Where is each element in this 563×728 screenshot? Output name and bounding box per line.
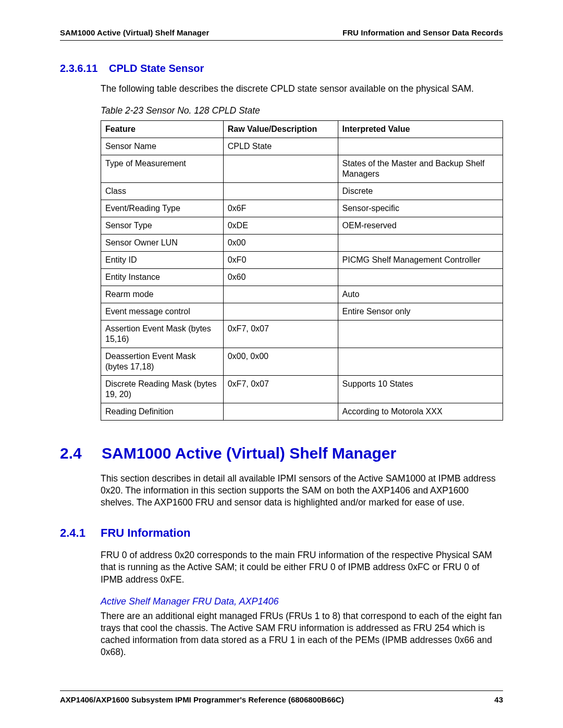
- cpld-state-table: Feature Raw Value/Description Interprete…: [101, 120, 503, 421]
- document-page: SAM1000 Active (Virtual) Shelf Manager F…: [0, 0, 563, 728]
- heading-title: SAM1000 Active (Virtual) Shelf Manager: [102, 445, 396, 462]
- table-row: Discrete Reading Mask (bytes 19, 20)0xF7…: [101, 376, 503, 403]
- table-row: Deassertion Event Mask (bytes 17,18)0x00…: [101, 348, 503, 376]
- table-row: Reading DefinitionAccording to Motorola …: [101, 403, 503, 421]
- running-header: SAM1000 Active (Virtual) Shelf Manager F…: [60, 28, 503, 41]
- heading-title: CPLD State Sensor: [109, 63, 204, 75]
- heading-2-4: 2.4 SAM1000 Active (Virtual) Shelf Manag…: [60, 445, 503, 462]
- table-row: Entity Instance0x60: [101, 269, 503, 286]
- table-caption: Table 2-23 Sensor No. 128 CPLD State: [60, 105, 503, 116]
- running-header-left: SAM1000 Active (Virtual) Shelf Manager: [60, 28, 209, 37]
- table-row: ClassDiscrete: [101, 183, 503, 200]
- intro-paragraph: The following table describes the discre…: [60, 83, 503, 95]
- table-row: Event/Reading Type0x6FSensor-specific: [101, 200, 503, 217]
- col-header-interpreted: Interpreted Value: [338, 121, 503, 138]
- section-2-4-1-p1: FRU 0 of address 0x20 corresponds to the…: [60, 549, 503, 585]
- page-footer: AXP1406/AXP1600 Subsystem IPMI Programme…: [60, 690, 503, 704]
- heading-title: FRU Information: [101, 526, 190, 540]
- running-header-right: FRU Information and Sensor Data Records: [342, 28, 503, 37]
- heading-number: 2.4.1: [60, 526, 89, 540]
- col-header-raw: Raw Value/Description: [223, 121, 338, 138]
- table-row: Entity ID0xF0PICMG Shelf Management Cont…: [101, 252, 503, 269]
- section-2-4-body: This section describes in detail all ava…: [60, 473, 503, 509]
- col-header-feature: Feature: [101, 121, 224, 138]
- heading-2-4-1: 2.4.1 FRU Information: [60, 526, 503, 540]
- footer-page-number: 43: [494, 695, 503, 704]
- table-row: Sensor Owner LUN0x00: [101, 235, 503, 252]
- heading-number: 2.3.6.11: [60, 63, 102, 75]
- section-2-4-1-p2: There are an additional eight managed FR…: [60, 610, 503, 658]
- footer-left: AXP1406/AXP1600 Subsystem IPMI Programme…: [60, 695, 344, 704]
- table-row: Rearm modeAuto: [101, 286, 503, 303]
- table-row: Sensor Type0xDEOEM-reserved: [101, 217, 503, 235]
- table-header-row: Feature Raw Value/Description Interprete…: [101, 121, 503, 138]
- heading-2-3-6-11: 2.3.6.11 CPLD State Sensor: [60, 63, 503, 75]
- subhead-active-shelf-manager-fru: Active Shelf Manager FRU Data, AXP1406: [60, 596, 503, 607]
- table-row: Sensor NameCPLD State: [101, 138, 503, 155]
- heading-number: 2.4: [60, 445, 87, 462]
- table-row: Assertion Event Mask (bytes 15,16)0xF7, …: [101, 320, 503, 348]
- table-row: Type of MeasurementStates of the Master …: [101, 155, 503, 183]
- table-row: Event message controlEntire Sensor only: [101, 303, 503, 320]
